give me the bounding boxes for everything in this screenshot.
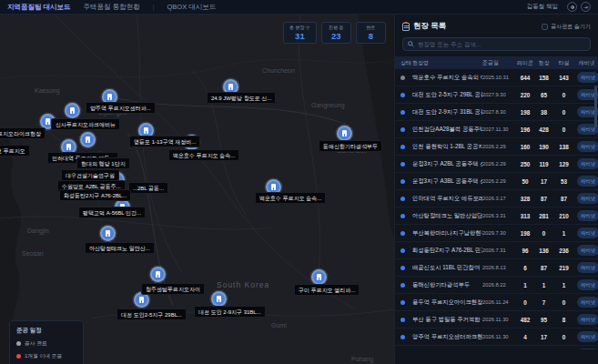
panel-scrollbar[interactable] bbox=[594, 86, 597, 364]
legend-item-0: 공사 완료 bbox=[16, 339, 76, 348]
table-row[interactable]: 영등포 1-13구역 재정비촉진지구 ...2026.12.3014037961… bbox=[395, 346, 598, 349]
map-pin-label[interactable]: 현대의 행당 1단지 bbox=[76, 157, 130, 169]
table-row[interactable]: 운정3지구 A2BL 공동주택 신축...2026.2.29250119129캐… bbox=[395, 156, 598, 173]
site-name: 동해신항기타광석부두 bbox=[412, 281, 482, 289]
status-dot bbox=[400, 179, 405, 184]
completion-date: 2026.2.29 bbox=[482, 178, 516, 184]
map-pin[interactable] bbox=[152, 268, 164, 280]
table-row[interactable]: 대전 도안 2-5지구 29BL 공동주...2027.9.30220650캐비… bbox=[395, 86, 598, 104]
map-pin[interactable] bbox=[102, 228, 114, 239]
map-pin[interactable] bbox=[82, 134, 94, 146]
map-canvas[interactable]: KaesongChuncheonUijeongbuGangneungSamche… bbox=[0, 15, 394, 364]
count-pour: 219 bbox=[553, 265, 574, 271]
status-dot bbox=[400, 318, 405, 322]
stat-chips: 총 현장 수31진행 중23완료8 bbox=[283, 22, 386, 44]
site-name: 운정3지구 A3BL 공동주택 신축... bbox=[412, 177, 482, 186]
legend-dot bbox=[16, 341, 21, 346]
count-remicon: 4 bbox=[516, 334, 534, 340]
count-pour: 0 bbox=[553, 109, 574, 116]
count-site: 17 bbox=[534, 178, 553, 185]
table-row[interactable]: 백운호수 푸르지오 숲속의 아침 1...2025.10.31644158143… bbox=[395, 69, 598, 86]
table-row[interactable]: 대전 도안 2-9지구 31BL 공동주...2027.8.30198380캐비… bbox=[395, 104, 598, 121]
table-row[interactable]: 부산 동구 범일동 주거복합 신축공사2026.11.30482958캐비넷 bbox=[395, 311, 598, 329]
count-site: 87 bbox=[534, 265, 553, 271]
scrollbar-thumb[interactable] bbox=[594, 86, 597, 127]
map-pin-label[interactable]: 푸르지오라이크현장 bbox=[0, 127, 46, 139]
table-row[interactable]: 인천검단AA28블럭 공동주택신축...2027.11.301964280캐비넷 bbox=[395, 121, 598, 138]
completion-date: 2027.11.30 bbox=[482, 126, 516, 132]
map-pin[interactable] bbox=[339, 127, 350, 139]
map-pin-label[interactable]: 영등포 1-13구역 재정비... bbox=[129, 136, 200, 147]
map-pin-label[interactable]: 24.9 JW평당 창도로 신... bbox=[207, 92, 276, 104]
table-row[interactable]: 인하대역 푸르지오 에듀포레 현장2026.3.173288787캐비넷 bbox=[395, 190, 598, 207]
completion-date: 2026.11.30 bbox=[482, 317, 516, 322]
map-pin-label[interactable]: ...2BL 공동... bbox=[128, 182, 168, 194]
status-dot bbox=[400, 231, 405, 236]
stat-label: 완료 bbox=[362, 25, 380, 30]
count-pour: 1 bbox=[553, 230, 574, 237]
site-name: 대전 도안 2-9지구 31BL 공동주... bbox=[412, 108, 482, 116]
map-pin-label[interactable]: 구미 푸르지오 엘리파... bbox=[294, 284, 360, 296]
map-pin-label[interactable]: 청주센텀푸르지오자이 bbox=[141, 283, 205, 295]
table-row[interactable]: 아산탕정테크노 일반산업단지 C1...2026.3.31313281210캐비… bbox=[395, 207, 598, 225]
legend-items: 공사 완료1개월 이내 준공3개월 이내 준공6개월 이내 준공6개월 이상 준… bbox=[16, 339, 76, 364]
table-row[interactable]: 화성동탄2지구 A76-2BL 민간참...2026.7.3196136236캐… bbox=[395, 242, 598, 259]
map-pin-label[interactable]: 양주역 푸르지오센터파... bbox=[86, 102, 156, 114]
legend-label: 공사 완료 bbox=[25, 339, 47, 348]
legend-item-1: 1개월 이내 준공 bbox=[16, 352, 76, 360]
nav-items: 지역품질팀 대시보드주택품질 통합현황|QBOX 대시보드 bbox=[7, 3, 228, 12]
count-remicon: 198 bbox=[516, 109, 534, 116]
nav-tab-1[interactable]: 주택품질 통합현황 bbox=[84, 3, 140, 12]
nav-tab-0[interactable]: 지역품질팀 대시보드 bbox=[7, 3, 71, 12]
count-remicon: 198 bbox=[516, 230, 534, 237]
count-remicon: 313 bbox=[516, 213, 534, 219]
table-row[interactable]: 부산북항마리나지구남항현장2029.7.3019801캐비넷 bbox=[395, 225, 598, 242]
map-place-name: Seosan bbox=[22, 250, 44, 257]
count-pour: 0 bbox=[553, 126, 574, 133]
search-box[interactable] bbox=[402, 37, 591, 51]
map-pin-label[interactable]: 아산탕정테크노 일반산... bbox=[85, 242, 155, 254]
table-row[interactable]: 배곧신도시 11BL 민간참여 공공...2026.8.13687219캐비넷 bbox=[395, 259, 598, 277]
cabinet-button[interactable]: 캐비넷 bbox=[577, 72, 598, 83]
count-site: 65 bbox=[534, 92, 553, 98]
map-pin[interactable] bbox=[136, 294, 147, 306]
count-site: 281 bbox=[534, 213, 553, 219]
map-pin-label[interactable]: 동해신항기타광석부두 bbox=[319, 140, 382, 152]
table-row[interactable]: 용두역 푸르지오아이크현장2026.11.24070캐비넷 bbox=[395, 294, 598, 311]
site-name: 부산북항마리나지구남항현장 bbox=[412, 229, 482, 238]
map-pin[interactable] bbox=[313, 271, 325, 283]
site-name: 아산탕정테크노 일반산업단지 C1... bbox=[412, 212, 482, 220]
site-name: 부산 동구 범일동 주거복합 신축공사 bbox=[412, 316, 482, 324]
table-row[interactable]: 동해신항기타광석부두2026.8.22111캐비넷 bbox=[395, 277, 598, 294]
table-row[interactable]: 양주역 푸르지오센터파크현장2026.11.304170캐비넷 bbox=[395, 329, 598, 346]
completion-date: 2026.11.30 bbox=[482, 334, 516, 339]
map-pin[interactable] bbox=[66, 105, 78, 116]
map-pin-label[interactable]: 신사푸르지오파크애비뉴 bbox=[51, 118, 120, 130]
map-pin-label[interactable]: 화성동탄2지구 A76-2BL... bbox=[59, 189, 131, 201]
table-row[interactable]: 운정3지구 A3BL 공동주택 신축...2026.2.29501753캐비넷 bbox=[395, 173, 598, 190]
hide-completed-toggle[interactable]: 공사완료 숨기기 bbox=[542, 23, 591, 31]
map-place-name: Pohang bbox=[351, 356, 373, 362]
count-site: 87 bbox=[534, 196, 553, 202]
history-button[interactable] bbox=[567, 2, 577, 12]
map-pin-label[interactable]: 백운호수 푸르지오 숲속... bbox=[168, 149, 239, 161]
table-row[interactable]: 인천 용현학익 1-2BL 공공지...2026.2.29160190138캐비… bbox=[395, 138, 598, 156]
count-site: 428 bbox=[534, 126, 553, 133]
map-pin[interactable] bbox=[213, 293, 225, 305]
map-pin-label[interactable]: 백운호수 푸르지오 숲속... bbox=[255, 192, 326, 204]
search-input[interactable] bbox=[418, 41, 585, 47]
legend-title: 준공 일정 bbox=[16, 327, 76, 335]
map-pin-label[interactable]: 평택고덕 A-56BL 민간... bbox=[78, 207, 146, 218]
map-pin-label[interactable]: 대전 도안 2-9지구 31BL... bbox=[194, 306, 266, 318]
count-remicon: 1 bbox=[516, 282, 534, 288]
search-icon bbox=[408, 41, 414, 47]
count-pour: 210 bbox=[553, 213, 574, 219]
map-pin-label[interactable]: 대전 도안2-5지구 29BL... bbox=[117, 308, 187, 320]
logout-button[interactable]: ⇥ bbox=[581, 2, 591, 12]
site-name: 배곧신도시 11BL 민간참여 공공... bbox=[412, 264, 482, 272]
map-pin-label[interactable]: ...에코 푸르지오 bbox=[0, 145, 30, 157]
nav-tab-2[interactable]: QBOX 대시보드 bbox=[167, 3, 217, 12]
legend-label: 1개월 이내 준공 bbox=[25, 352, 62, 360]
hide-completed-checkbox[interactable] bbox=[542, 24, 548, 30]
count-site: 158 bbox=[534, 75, 553, 81]
